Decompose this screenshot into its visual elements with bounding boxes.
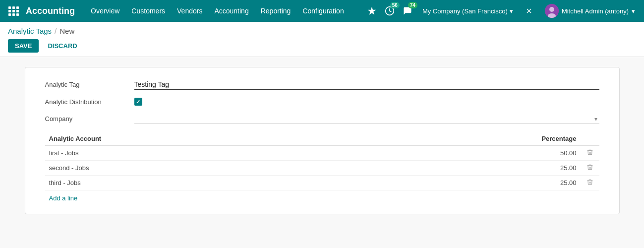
company-select[interactable] bbox=[134, 114, 599, 124]
topnav-right: 56 74 My Company (San Francisco) ▾ Mitch… bbox=[365, 0, 639, 22]
action-bar: SAVE DISCARD bbox=[8, 39, 636, 57]
table-row: third - Jobs 25.00 bbox=[45, 176, 599, 190]
analytic-tag-value bbox=[134, 79, 599, 90]
star-icon bbox=[367, 6, 377, 16]
activity-icon-btn[interactable]: 56 bbox=[383, 4, 397, 18]
discard-button[interactable]: DISCARD bbox=[43, 39, 82, 53]
breadcrumb-parent[interactable]: Analytic Tags bbox=[8, 27, 52, 35]
form-card: Analytic Tag Analytic Distribution Compa… bbox=[25, 67, 620, 214]
grid-menu-icon[interactable] bbox=[5, 2, 23, 20]
user-name: Mitchell Admin (antony) bbox=[562, 7, 629, 15]
add-line-link[interactable]: Add a line bbox=[49, 194, 78, 202]
company-selector[interactable]: My Company (San Francisco) ▾ bbox=[418, 0, 517, 22]
save-button[interactable]: SAVE bbox=[8, 39, 39, 53]
company-label: Company bbox=[45, 115, 134, 123]
col-percentage-header: Percentage bbox=[358, 132, 580, 146]
analytic-table: Analytic Account Percentage first - Jobs… bbox=[45, 132, 599, 190]
account-cell: first - Jobs bbox=[45, 146, 359, 161]
main-content: Analytic Tag Analytic Distribution Compa… bbox=[0, 57, 644, 224]
x-icon bbox=[525, 7, 533, 15]
account-cell: third - Jobs bbox=[45, 176, 359, 190]
topnav: Accounting Overview Customers Vendors Ac… bbox=[0, 0, 644, 22]
star-icon-btn[interactable] bbox=[365, 4, 379, 18]
analytic-distribution-checkbox[interactable] bbox=[134, 98, 142, 106]
percentage-cell: 50.00 bbox=[358, 146, 580, 161]
analytic-distribution-label: Analytic Distribution bbox=[45, 98, 134, 106]
account-cell: second - Jobs bbox=[45, 161, 359, 176]
user-avatar bbox=[545, 4, 559, 18]
user-dropdown-icon: ▾ bbox=[632, 7, 635, 15]
delete-cell bbox=[581, 161, 599, 176]
user-menu[interactable]: Mitchell Admin (antony) ▾ bbox=[541, 0, 639, 22]
percentage-cell: 25.00 bbox=[358, 161, 580, 176]
menu-reporting[interactable]: Reporting bbox=[255, 0, 297, 22]
analytic-tag-row: Analytic Tag bbox=[45, 79, 599, 90]
messages-badge: 74 bbox=[408, 2, 417, 8]
company-name: My Company (San Francisco) bbox=[422, 7, 508, 15]
delete-row-button[interactable] bbox=[585, 149, 595, 157]
company-row: Company ▾ bbox=[45, 114, 599, 124]
activity-badge: 56 bbox=[390, 2, 400, 8]
trash-icon bbox=[586, 149, 593, 156]
avatar-image bbox=[545, 4, 559, 18]
trash-icon bbox=[586, 164, 593, 171]
menu-overview[interactable]: Overview bbox=[85, 0, 125, 22]
col-account-header: Analytic Account bbox=[45, 132, 359, 146]
analytic-distribution-row: Analytic Distribution bbox=[45, 98, 599, 106]
delete-row-button[interactable] bbox=[585, 179, 595, 187]
svg-point-4 bbox=[549, 7, 554, 12]
main-menu: Overview Customers Vendors Accounting Re… bbox=[85, 0, 365, 22]
menu-vendors[interactable]: Vendors bbox=[171, 0, 208, 22]
breadcrumb: Analytic Tags / New bbox=[8, 27, 636, 35]
close-button[interactable] bbox=[521, 5, 537, 17]
analytic-tag-label: Analytic Tag bbox=[45, 81, 134, 88]
menu-accounting[interactable]: Accounting bbox=[208, 0, 254, 22]
table-row: second - Jobs 25.00 bbox=[45, 161, 599, 176]
company-dropdown-icon: ▾ bbox=[510, 7, 513, 15]
analytic-tag-input[interactable] bbox=[134, 79, 599, 90]
breadcrumb-current: New bbox=[59, 27, 74, 35]
delete-cell bbox=[581, 176, 599, 190]
grid-dots-icon bbox=[8, 6, 19, 16]
breadcrumb-separator: / bbox=[55, 27, 57, 35]
delete-row-button[interactable] bbox=[585, 164, 595, 172]
delete-cell bbox=[581, 146, 599, 161]
breadcrumb-bar: Analytic Tags / New SAVE DISCARD bbox=[0, 22, 644, 57]
analytic-distribution-value bbox=[134, 98, 599, 106]
table-row: first - Jobs 50.00 bbox=[45, 146, 599, 161]
company-select-wrapper: ▾ bbox=[134, 114, 599, 124]
menu-configuration[interactable]: Configuration bbox=[296, 0, 350, 22]
trash-icon bbox=[586, 179, 593, 186]
messages-icon-btn[interactable]: 74 bbox=[401, 4, 414, 18]
menu-customers[interactable]: Customers bbox=[125, 0, 171, 22]
app-title: Accounting bbox=[26, 6, 75, 16]
percentage-cell: 25.00 bbox=[358, 176, 580, 190]
